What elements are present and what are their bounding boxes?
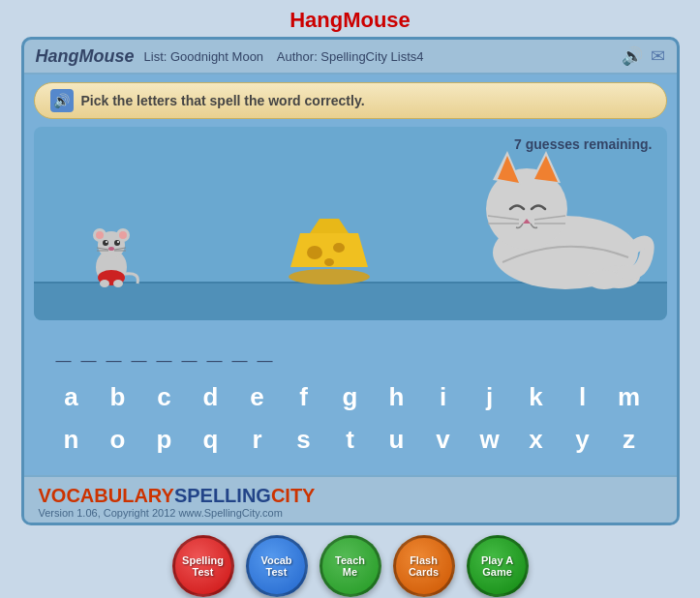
letter-d[interactable]: d (188, 375, 234, 418)
letter-m[interactable]: m (606, 375, 653, 418)
blank-3: _ (129, 335, 150, 366)
blank-6: _ (204, 335, 226, 366)
list-info: List: Goodnight Moon Author: SpellingCit… (144, 49, 424, 64)
teach-me-label-top: Teach (335, 554, 365, 566)
speaker-icon[interactable]: 🔊 (622, 45, 643, 67)
letter-row-2: n o p q r s t u v w x y z (39, 418, 662, 461)
svg-point-21 (307, 246, 322, 259)
teach-me-button[interactable]: Teach Me (320, 535, 381, 597)
letter-i[interactable]: i (420, 375, 467, 418)
svg-marker-20 (310, 219, 349, 233)
mouse-character (87, 224, 136, 286)
letter-e[interactable]: e (234, 375, 281, 418)
spelling-test-label-top: Spelling (182, 554, 224, 566)
svg-point-36 (587, 270, 622, 289)
cheese-character (286, 219, 373, 286)
flash-cards-label-bot: Cards (409, 566, 439, 578)
flash-cards-label-top: Flash (410, 554, 438, 566)
letter-h[interactable]: h (374, 375, 420, 418)
letter-c[interactable]: c (141, 375, 188, 418)
city-part: CITY (271, 485, 316, 506)
app-title: HangMouse (0, 0, 700, 37)
instruction-text: Pick the letters that spell the word cor… (81, 93, 365, 108)
blank-1: _ (78, 335, 100, 366)
letter-g[interactable]: g (327, 375, 374, 418)
footer-bar: VOCABULARYSPELLINGCITY Version 1.06, Cop… (24, 475, 677, 523)
letter-n[interactable]: n (48, 418, 95, 461)
blank-0: _ (53, 335, 75, 366)
svg-point-9 (117, 241, 119, 243)
cat-character (473, 136, 648, 291)
blank-5: _ (179, 335, 200, 366)
game-container: HangMouse List: Goodnight Moon Author: S… (21, 37, 680, 525)
svg-point-8 (106, 241, 107, 243)
speaker-icon-instruction[interactable]: 🔊 (50, 89, 74, 112)
letter-l[interactable]: l (560, 375, 606, 418)
svg-point-17 (113, 280, 123, 287)
list-label: List: Goodnight Moon (144, 49, 264, 64)
svg-point-16 (100, 280, 109, 287)
play-game-label-top: Play A (481, 554, 513, 566)
author-label: Author: SpellingCity Lists4 (277, 49, 424, 64)
svg-point-7 (114, 240, 120, 246)
blank-4: _ (154, 335, 175, 366)
letter-t[interactable]: t (327, 418, 374, 461)
bottom-nav: Spelling Test Vocab Test Teach Me Flash … (172, 535, 529, 597)
svg-point-22 (333, 243, 345, 253)
letter-z[interactable]: z (606, 418, 653, 461)
letter-grid: a b c d e f g h i j k l m n o p q r s t … (24, 371, 677, 475)
letter-j[interactable]: j (467, 375, 513, 418)
letter-k[interactable]: k (513, 375, 560, 418)
version-text: Version 1.06, Copyright 2012 www.Spellin… (39, 507, 283, 519)
svg-point-3 (96, 231, 104, 239)
letter-o[interactable]: o (95, 418, 141, 461)
vocab-test-button[interactable]: Vocab Test (246, 535, 308, 597)
letter-v[interactable]: v (420, 418, 467, 461)
envelope-icon[interactable]: ✉ (651, 45, 665, 67)
svg-point-6 (103, 240, 108, 246)
letter-y[interactable]: y (560, 418, 606, 461)
letter-w[interactable]: w (467, 418, 513, 461)
vocab-part: VOCABULARY (39, 485, 174, 506)
blank-8: _ (255, 335, 276, 366)
letter-u[interactable]: u (374, 418, 420, 461)
flash-cards-button[interactable]: Flash Cards (393, 535, 455, 597)
spelling-test-label-bot: Test (193, 566, 214, 578)
letter-b[interactable]: b (95, 375, 141, 418)
letter-q[interactable]: q (188, 418, 234, 461)
blank-7: _ (229, 335, 251, 366)
letter-r[interactable]: r (234, 418, 281, 461)
teach-me-label-bot: Me (343, 566, 357, 578)
letter-s[interactable]: s (281, 418, 327, 461)
svg-point-18 (289, 269, 370, 284)
game-area: 7 guesses remaining. (34, 127, 667, 320)
play-game-label-bot: Game (482, 566, 512, 578)
letter-row-1: a b c d e f g h i j k l m (39, 375, 662, 418)
play-game-button[interactable]: Play A Game (467, 535, 529, 597)
header-bar: HangMouse List: Goodnight Moon Author: S… (24, 40, 677, 75)
vocab-test-label-bot: Test (266, 566, 288, 578)
word-blanks: _ _ _ _ _ _ _ _ _ (24, 320, 677, 371)
letter-p[interactable]: p (141, 418, 188, 461)
letter-f[interactable]: f (281, 375, 327, 418)
header-left: HangMouse List: Goodnight Moon Author: S… (36, 46, 424, 67)
vocab-test-label-top: Vocab (260, 554, 291, 566)
header-icons: 🔊 ✉ (622, 45, 665, 67)
spelling-test-button[interactable]: Spelling Test (172, 535, 234, 597)
svg-point-10 (108, 247, 114, 251)
svg-point-5 (119, 231, 127, 239)
instruction-bar: 🔊 Pick the letters that spell the word c… (34, 82, 667, 119)
svg-point-23 (324, 258, 334, 266)
hang-mouse-logo: HangMouse (36, 46, 135, 67)
spelling-part: SPELLING (174, 485, 271, 506)
letter-a[interactable]: a (48, 375, 95, 418)
letter-x[interactable]: x (513, 418, 560, 461)
blank-2: _ (104, 335, 125, 366)
brand-logo: VOCABULARYSPELLINGCITY (39, 485, 316, 507)
